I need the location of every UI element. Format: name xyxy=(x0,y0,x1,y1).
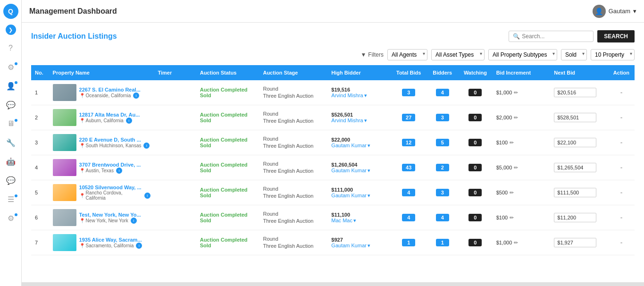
cell-stage: RoundThree English Auction xyxy=(259,230,327,255)
cell-next-bid xyxy=(550,105,608,130)
auction-status-label: Auction Completed xyxy=(200,112,248,118)
high-bid-amount: $1,260,504 xyxy=(331,162,387,168)
per-page-filter[interactable]: 10 Property xyxy=(591,49,635,60)
person-icon[interactable]: 👤 xyxy=(2,77,19,94)
chevron-icon: ▾ xyxy=(353,218,356,224)
property-name-link[interactable]: 2267 S. El Camino Real... xyxy=(79,87,141,93)
username: Gautam xyxy=(609,8,630,15)
cell-action: - xyxy=(608,155,635,180)
tool-icon[interactable]: 🔧 xyxy=(2,134,19,151)
info-icon[interactable]: i xyxy=(133,93,139,99)
info-icon[interactable]: i xyxy=(131,218,137,224)
info-icon[interactable]: i xyxy=(126,118,132,124)
cell-action: - xyxy=(608,205,635,230)
property-name-link[interactable]: 10520 Silverwood Way, ... xyxy=(79,185,151,190)
col-auction-status: Auction Status xyxy=(196,65,259,80)
cell-stage: RoundThree English Auction xyxy=(259,205,327,230)
sold-filter[interactable]: Sold xyxy=(561,49,587,60)
property-name-link[interactable]: 1935 Alice Way, Sacram... xyxy=(79,237,142,243)
cell-property: Test, New York, New Yo... 📍 New York, Ne… xyxy=(49,205,154,230)
cell-bid-increment: $5,000 ✏ xyxy=(493,155,551,180)
high-bid-amount: $111,000 xyxy=(331,187,387,193)
bottom-settings-icon[interactable]: ⚙ xyxy=(2,210,19,227)
cell-next-bid xyxy=(550,230,608,255)
search-icon: 🔍 xyxy=(513,33,520,40)
search-input[interactable] xyxy=(522,33,589,40)
property-name-link[interactable]: 12817 Alta Mesa Dr, Au... xyxy=(79,112,140,118)
asset-types-filter-wrap: All Asset Types xyxy=(431,49,485,60)
watching-badge: 0 xyxy=(468,114,482,121)
robot-icon[interactable]: 🤖 xyxy=(2,153,19,170)
app-logo[interactable]: Q xyxy=(3,4,18,19)
edit-icon[interactable]: ✏ xyxy=(510,190,514,196)
action-dash: - xyxy=(620,239,623,246)
help-icon[interactable]: ? xyxy=(2,40,19,57)
sold-badge: Sold xyxy=(200,93,211,98)
search-button[interactable]: SEARCH xyxy=(597,30,635,42)
bid-increment-value: $5,000 xyxy=(496,165,512,170)
next-bid-input[interactable] xyxy=(554,213,596,222)
cell-bidders: 4 xyxy=(427,80,458,105)
high-bidder-name[interactable]: Arvind Mishra ▾ xyxy=(331,93,387,99)
stage-text: RoundThree English Auction xyxy=(263,135,324,150)
col-auction-stage: Auction Stage xyxy=(259,65,327,80)
high-bidder-name[interactable]: Mac Mac ▾ xyxy=(331,218,387,224)
edit-icon[interactable]: ✏ xyxy=(510,215,514,221)
watching-badge: 0 xyxy=(468,139,482,146)
cell-timer xyxy=(154,130,196,155)
property-subtypes-filter[interactable]: All Property Subtypes xyxy=(488,49,557,60)
edit-icon[interactable]: ✏ xyxy=(510,140,514,146)
edit-icon[interactable]: ✏ xyxy=(514,90,518,96)
next-bid-input[interactable] xyxy=(554,138,596,147)
property-name-link[interactable]: 220 E Avenue D, South ... xyxy=(79,137,150,143)
listings-table-wrap: No. Property Name Timer Auction Status A… xyxy=(31,65,635,255)
cell-no: 3 xyxy=(31,130,49,155)
content-area: Insider Auction Listings 🔍 SEARCH ▼ Filt… xyxy=(22,23,644,282)
list-icon[interactable]: ☰ xyxy=(2,191,19,208)
filters-row: ▼ Filters All Agents All Asset Types All… xyxy=(31,49,635,60)
property-name-link[interactable]: Test, New York, New Yo... xyxy=(79,212,141,218)
cell-stage: RoundThree English Auction xyxy=(259,105,327,130)
high-bidder-name[interactable]: Arvind Mishra ▾ xyxy=(331,118,387,124)
property-name-link[interactable]: 3707 Brentwood Drive, ... xyxy=(79,162,141,168)
auction-status-label: Auction Completed xyxy=(200,187,248,193)
edit-icon[interactable]: ✏ xyxy=(514,240,518,246)
desktop-icon[interactable]: 🖥 xyxy=(2,115,19,132)
high-bid-amount: $22,000 xyxy=(331,137,387,143)
next-bid-input[interactable] xyxy=(554,188,596,197)
agents-filter[interactable]: All Agents xyxy=(387,49,427,60)
chat-icon[interactable]: 💬 xyxy=(2,96,19,113)
section-header: Insider Auction Listings 🔍 SEARCH xyxy=(31,30,635,42)
scrollbar-bottom[interactable] xyxy=(22,282,644,286)
high-bidder-name[interactable]: Gautam Kumar ▾ xyxy=(331,193,387,199)
bid-increment-value: $100 xyxy=(496,140,508,145)
user-menu[interactable]: 👤 Gautam ▾ xyxy=(593,5,636,18)
next-bid-input[interactable] xyxy=(554,88,596,97)
search-area: 🔍 SEARCH xyxy=(509,30,635,42)
next-bid-input[interactable] xyxy=(554,163,596,172)
next-bid-input[interactable] xyxy=(554,113,596,122)
sold-badge: Sold xyxy=(200,143,211,148)
chevron-icon: ▾ xyxy=(368,143,370,149)
cell-no: 1 xyxy=(31,80,49,105)
bid-increment-value: $2,000 xyxy=(496,115,512,120)
comment-icon[interactable]: 💬 xyxy=(2,172,19,189)
asset-types-filter[interactable]: All Asset Types xyxy=(431,49,485,60)
sidebar-toggle[interactable]: ❯ xyxy=(6,25,16,35)
info-icon[interactable]: i xyxy=(144,193,151,199)
info-icon[interactable]: i xyxy=(143,143,150,149)
cell-auction-status: Auction Completed Sold xyxy=(196,105,259,130)
info-icon[interactable]: i xyxy=(116,168,122,174)
chevron-icon: ▾ xyxy=(368,243,370,249)
edit-icon[interactable]: ✏ xyxy=(514,115,518,121)
edit-icon[interactable]: ✏ xyxy=(514,165,518,171)
main-area: Management Dashboard 👤 Gautam ▾ Insider … xyxy=(22,0,644,286)
action-dash: - xyxy=(620,139,623,146)
info-icon[interactable]: i xyxy=(136,243,142,249)
next-bid-input[interactable] xyxy=(554,238,596,247)
gear-settings-icon[interactable]: ⚙ xyxy=(2,59,19,76)
high-bidder-name[interactable]: Gautam Kumar ▾ xyxy=(331,168,387,174)
high-bidder-name[interactable]: Gautam Kumar ▾ xyxy=(331,243,387,249)
high-bidder-name[interactable]: Gautam Kumar ▾ xyxy=(331,143,387,149)
total-bids-badge: 4 xyxy=(402,214,415,221)
